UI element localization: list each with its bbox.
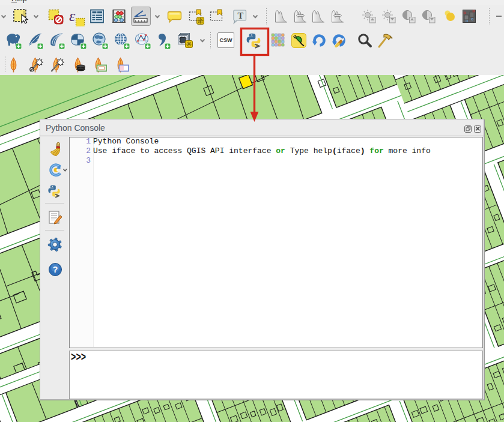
svg-text:ε: ε [69, 7, 76, 25]
svg-text:T: T [238, 11, 244, 20]
svg-text:?: ? [53, 265, 58, 274]
